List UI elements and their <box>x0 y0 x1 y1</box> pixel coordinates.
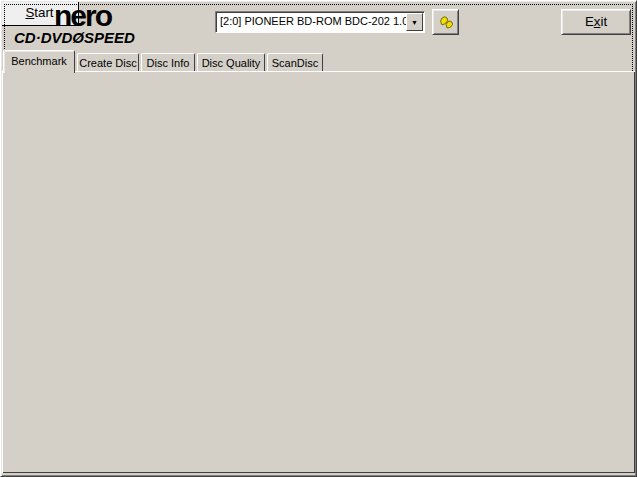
app-window: nero CD·DVDØSPEED [2:0] PIONEER BD-ROM B… <box>0 0 637 477</box>
start-button-label: Start <box>25 5 53 20</box>
start-button[interactable]: Start <box>0 0 79 26</box>
exit-button-label: Exit <box>585 14 607 29</box>
tab-disc-info[interactable]: Disc Info <box>141 53 195 72</box>
tab-benchmark[interactable]: Benchmark <box>3 50 75 73</box>
benchmark-tab-page <box>2 71 635 473</box>
tab-disc-quality[interactable]: Disc Quality <box>197 53 265 72</box>
tab-create-disc[interactable]: Create Disc <box>77 53 139 72</box>
tab-scandisc[interactable]: ScanDisc <box>267 53 323 72</box>
exit-button[interactable]: Exit <box>561 9 631 35</box>
